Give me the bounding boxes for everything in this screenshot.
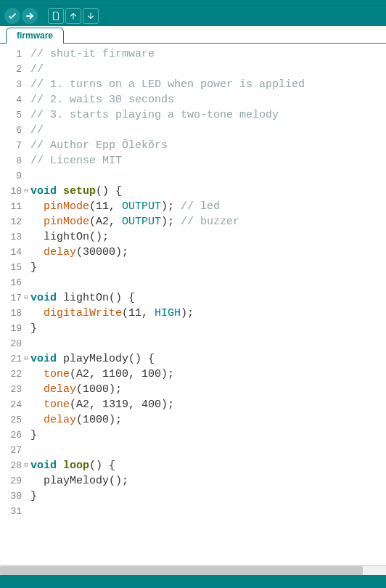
fold-marker	[23, 382, 29, 397]
line-number: 27	[0, 443, 22, 458]
fold-marker	[23, 336, 29, 351]
line-number-gutter: 1234567891011121314151617181920212223242…	[0, 44, 23, 565]
code-line[interactable]	[30, 504, 386, 519]
fold-marker[interactable]: ⊟	[23, 290, 29, 306]
line-number: 22	[0, 367, 22, 382]
new-sketch-button[interactable]	[48, 8, 64, 24]
fold-marker	[23, 214, 29, 229]
code-line[interactable]: pinMode(11, OUTPUT); // led	[30, 199, 386, 214]
code-line[interactable]: // 1. turns on a LED when power is appli…	[30, 77, 386, 92]
window-titlebar	[0, 0, 386, 6]
line-number: 15	[0, 260, 22, 275]
line-number: 14	[0, 245, 22, 260]
code-line[interactable]: }	[30, 428, 386, 443]
verify-button[interactable]	[4, 8, 20, 24]
line-number: 4	[0, 92, 22, 107]
fold-marker	[23, 153, 29, 168]
tab-firmware[interactable]: firmware	[6, 28, 64, 44]
code-line[interactable]: }	[30, 260, 386, 275]
fold-marker	[23, 92, 29, 107]
code-line[interactable]: delay(1000);	[30, 412, 386, 428]
code-line[interactable]: lightOn();	[30, 229, 386, 245]
fold-marker	[23, 168, 29, 184]
code-line[interactable]: digitalWrite(11, HIGH);	[30, 306, 386, 321]
line-number: 10	[0, 184, 22, 199]
fold-marker	[23, 245, 29, 260]
code-line[interactable]: // shut-it firmware	[30, 46, 386, 62]
line-number: 13	[0, 229, 22, 245]
fold-column: ⊟⊟⊟⊟	[23, 44, 29, 565]
code-line[interactable]	[30, 443, 386, 458]
line-number: 17	[0, 290, 22, 306]
line-number: 16	[0, 275, 22, 290]
fold-marker	[23, 123, 29, 138]
fold-marker	[23, 504, 29, 519]
line-number: 9	[0, 168, 22, 184]
line-number: 11	[0, 199, 22, 214]
fold-marker	[23, 107, 29, 123]
horizontal-scrollbar[interactable]	[0, 565, 386, 575]
code-line[interactable]: void setup() {	[30, 184, 386, 199]
fold-marker	[23, 443, 29, 458]
fold-marker	[23, 275, 29, 290]
code-line[interactable]	[30, 168, 386, 184]
line-number: 12	[0, 214, 22, 229]
fold-marker	[23, 46, 29, 62]
fold-marker[interactable]: ⊟	[23, 184, 29, 199]
code-line[interactable]: // License MIT	[30, 153, 386, 168]
code-line[interactable]: // 3. starts playing a two-tone melody	[30, 107, 386, 123]
line-number: 5	[0, 107, 22, 123]
line-number: 24	[0, 397, 22, 412]
fold-marker	[23, 77, 29, 92]
fold-marker	[23, 138, 29, 153]
code-line[interactable]: void playMelody() {	[30, 351, 386, 367]
line-number: 31	[0, 504, 22, 519]
code-line[interactable]: }	[30, 321, 386, 336]
fold-marker	[23, 367, 29, 382]
arrow-right-icon	[25, 11, 35, 21]
line-number: 6	[0, 123, 22, 138]
code-line[interactable]: pinMode(A2, OUTPUT); // buzzer	[30, 214, 386, 229]
code-line[interactable]: //	[30, 62, 386, 77]
code-line[interactable]: playMelody();	[30, 473, 386, 489]
code-line[interactable]: }	[30, 489, 386, 504]
code-line[interactable]: //	[30, 123, 386, 138]
fold-marker	[23, 229, 29, 245]
fold-marker	[23, 306, 29, 321]
code-area[interactable]: // shut-it firmware//// 1. turns on a LE…	[29, 44, 386, 565]
scrollbar-thumb[interactable]	[0, 566, 363, 575]
line-number: 28	[0, 458, 22, 473]
code-line[interactable]: delay(1000);	[30, 382, 386, 397]
line-number: 7	[0, 138, 22, 153]
line-number: 18	[0, 306, 22, 321]
fold-marker[interactable]: ⊟	[23, 351, 29, 367]
code-line[interactable]: // Author Epp Õlekõrs	[30, 138, 386, 153]
tab-bar: firmware	[0, 26, 386, 44]
fold-marker	[23, 412, 29, 428]
code-line[interactable]: tone(A2, 1100, 100);	[30, 367, 386, 382]
code-line[interactable]	[30, 336, 386, 351]
line-number: 21	[0, 351, 22, 367]
arrow-up-icon	[68, 11, 78, 21]
fold-marker	[23, 199, 29, 214]
line-number: 20	[0, 336, 22, 351]
code-editor[interactable]: 1234567891011121314151617181920212223242…	[0, 44, 386, 565]
line-number: 29	[0, 473, 22, 489]
status-bar	[0, 575, 386, 588]
code-line[interactable]: // 2. waits 30 seconds	[30, 92, 386, 107]
line-number: 26	[0, 428, 22, 443]
fold-marker	[23, 397, 29, 412]
open-sketch-button[interactable]	[65, 8, 81, 24]
code-line[interactable]: tone(A2, 1319, 400);	[30, 397, 386, 412]
upload-button[interactable]	[22, 8, 38, 24]
line-number: 3	[0, 77, 22, 92]
code-line[interactable]: delay(30000);	[30, 245, 386, 260]
fold-marker[interactable]: ⊟	[23, 458, 29, 473]
save-sketch-button[interactable]	[83, 8, 99, 24]
line-number: 25	[0, 412, 22, 428]
line-number: 19	[0, 321, 22, 336]
code-line[interactable]: void lightOn() {	[30, 290, 386, 306]
fold-marker	[23, 473, 29, 489]
code-line[interactable]	[30, 275, 386, 290]
code-line[interactable]: void loop() {	[30, 458, 386, 473]
